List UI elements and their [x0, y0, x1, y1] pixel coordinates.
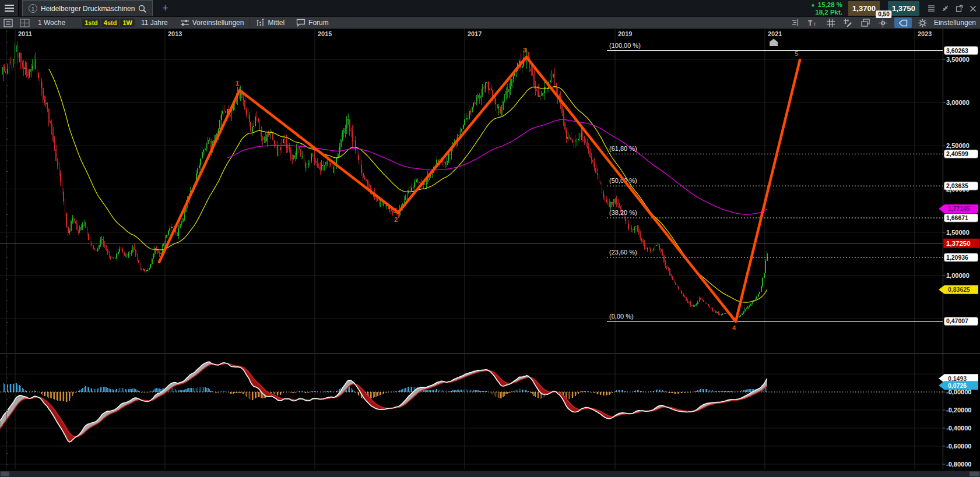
tab-bar: 1 Heidelberger Druckmaschinen + ▲ 15,28 …	[0, 0, 980, 17]
price-axis-label: 1,00000	[946, 272, 970, 279]
year-label: 2013	[168, 30, 182, 37]
sell-price-button[interactable]: 1,3700	[848, 1, 880, 16]
window-controls	[928, 5, 977, 12]
timeframe-button[interactable]: 1 Woche	[38, 19, 65, 27]
horizontal-scrollbar[interactable]	[0, 471, 980, 477]
year-label: 2017	[468, 30, 482, 37]
points-change: 18,2 Pkt.	[815, 9, 842, 16]
popout-window-icon[interactable]	[956, 5, 963, 12]
crosshair-icon	[879, 19, 887, 27]
collapse-window-icon[interactable]	[942, 5, 949, 12]
sliders-icon	[180, 19, 189, 27]
chart-toolbar: 1 Woche 1std 4std 1W 11 Jahre Voreinstel…	[0, 17, 980, 29]
scale-lines-icon	[791, 19, 800, 27]
tf-1w-button[interactable]: 1W	[120, 19, 135, 27]
settings-label[interactable]: Einstellungen	[934, 19, 976, 27]
gear-icon	[918, 19, 927, 27]
svg-text:5: 5	[795, 50, 798, 57]
up-triangle-icon: ▲	[810, 1, 816, 9]
price-change: ▲ 15,28 % 18,2 Pkt.	[810, 1, 842, 16]
quote-cluster: ▲ 15,28 % 18,2 Pkt. 1,3700 1,3750 0,50	[810, 0, 979, 17]
presets-button[interactable]: Voreinstellungen	[180, 19, 244, 27]
forum-button[interactable]: Forum	[296, 19, 329, 27]
hamburger-icon	[4, 4, 15, 12]
svg-text:0,83625: 0,83625	[948, 286, 970, 293]
list-icon	[3, 19, 13, 27]
timeframe-quick-buttons: 1std 4std 1W	[82, 19, 135, 27]
chart-svg: (100,00 %)(61,80 %)(50,00 %)(38,20 %)(23…	[0, 29, 980, 477]
cascade-windows-icon	[861, 19, 870, 27]
windows-cascade-button[interactable]	[859, 17, 872, 28]
svg-text:1,37250: 1,37250	[946, 240, 971, 247]
toolbar-separator	[174, 19, 174, 27]
year-label: 2011	[18, 30, 32, 37]
bid-ask-group: 1,3700 1,3750 0,50	[848, 1, 919, 16]
draw-tools-button[interactable]	[842, 17, 855, 28]
hamburger-menu-button[interactable]	[0, 0, 19, 16]
text-tool-button[interactable]: TT	[807, 17, 820, 28]
svg-text:(100,00 %): (100,00 %)	[609, 42, 641, 49]
year-label: 2019	[618, 30, 632, 37]
settings-gear-button[interactable]	[916, 17, 929, 28]
indicator-icon	[256, 19, 265, 27]
tf-1std-button[interactable]: 1std	[82, 19, 100, 27]
text-icon: TT	[808, 19, 818, 27]
year-label: 2015	[318, 30, 332, 37]
scrollbar-left-handle[interactable]	[1, 472, 9, 477]
indicator-axis-label: -0,40000	[946, 425, 971, 432]
spread-badge: 0,50	[876, 10, 891, 18]
svg-text:2,40599: 2,40599	[946, 150, 968, 157]
svg-text:T: T	[813, 22, 816, 27]
layout-grid-icon	[20, 19, 30, 27]
year-label: 2021	[768, 30, 782, 37]
svg-text:0,0726: 0,0726	[948, 382, 967, 389]
forum-label: Forum	[308, 19, 329, 27]
buy-price-button[interactable]: 1,3750	[888, 1, 919, 16]
year-label: 2023	[918, 30, 932, 37]
menu-lines-icon[interactable]	[928, 5, 935, 12]
price-axis-label: 3,50000	[946, 56, 970, 63]
instrument-tab[interactable]: 1 Heidelberger Druckmaschinen	[22, 0, 153, 16]
svg-text:2: 2	[394, 216, 398, 223]
search-icon[interactable]	[138, 5, 146, 13]
crosshair-button[interactable]	[877, 17, 890, 28]
tab-number-badge: 1	[29, 4, 37, 13]
trading-app-window: 1 Heidelberger Druckmaschinen + ▲ 15,28 …	[0, 0, 980, 477]
close-icon[interactable]	[970, 5, 977, 12]
indicators-label: Mittel	[268, 19, 284, 27]
svg-text:(38,20 %): (38,20 %)	[609, 209, 637, 216]
presets-label: Voreinstellungen	[192, 19, 244, 27]
svg-text:1,66671: 1,66671	[946, 214, 968, 221]
chart-canvas[interactable]: (100,00 %)(61,80 %)(50,00 %)(38,20 %)(23…	[0, 29, 980, 477]
svg-text:3,60263: 3,60263	[946, 47, 968, 54]
indicator-axis-label: -0,80000	[946, 461, 971, 468]
scrollbar-right-handle[interactable]	[970, 472, 979, 477]
grid-toggle-button[interactable]	[824, 17, 837, 28]
price-axis-label: 2,50000	[946, 142, 970, 149]
indicators-button[interactable]: Mittel	[256, 19, 284, 27]
watchlist-button[interactable]	[3, 19, 13, 27]
indicator-axis-label: -0,60000	[946, 443, 971, 450]
range-button[interactable]: 11 Jahre	[141, 19, 168, 27]
add-tab-button[interactable]: +	[160, 0, 170, 16]
grid-pencil-icon	[844, 19, 852, 27]
svg-text:3: 3	[523, 47, 526, 54]
price-axis-label: 3,00000	[946, 99, 970, 106]
tab-title: Heidelberger Druckmaschinen	[41, 5, 135, 13]
price-scale-button[interactable]	[789, 17, 802, 28]
range-label: 11 Jahre	[141, 19, 168, 27]
toolbar-separator	[250, 19, 250, 27]
svg-text:0,1493: 0,1493	[948, 375, 967, 382]
grid-icon	[827, 19, 835, 27]
svg-text:2,03635: 2,03635	[946, 182, 968, 189]
pointer-icon	[898, 19, 908, 27]
price-axis-label: 1,50000	[946, 229, 970, 236]
layout-button[interactable]	[20, 19, 30, 27]
pointer-tool-button[interactable]	[894, 17, 912, 28]
svg-text:(61,80 %): (61,80 %)	[609, 145, 637, 152]
percent-change: 15,28 %	[818, 1, 842, 9]
svg-text:(23,60 %): (23,60 %)	[609, 249, 637, 256]
tf-4std-button[interactable]: 4std	[101, 19, 120, 27]
svg-text:T: T	[808, 19, 813, 27]
svg-text:(0,00 %): (0,00 %)	[609, 313, 634, 320]
